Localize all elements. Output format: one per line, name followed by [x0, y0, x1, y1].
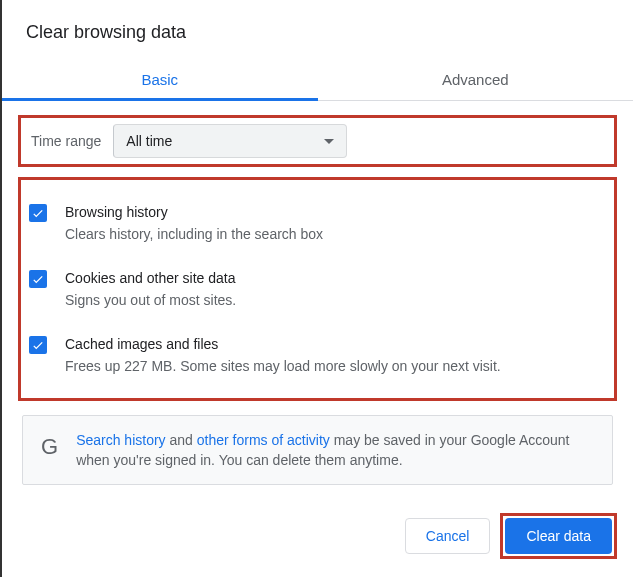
option-text: Cookies and other site data Signs you ou… — [65, 268, 606, 310]
time-range-select[interactable]: All time — [113, 124, 347, 158]
checkbox-cache[interactable] — [29, 336, 47, 354]
option-desc: Signs you out of most sites. — [65, 290, 606, 310]
option-title: Browsing history — [65, 202, 606, 222]
option-browsing-history[interactable]: Browsing history Clears history, includi… — [25, 190, 610, 256]
checkmark-icon — [31, 338, 45, 352]
option-title: Cached images and files — [65, 334, 606, 354]
option-title: Cookies and other site data — [65, 268, 606, 288]
option-desc: Clears history, including in the search … — [65, 224, 606, 244]
notice-text: Search history and other forms of activi… — [76, 430, 594, 470]
option-text: Browsing history Clears history, includi… — [65, 202, 606, 244]
option-cache[interactable]: Cached images and files Frees up 227 MB.… — [25, 322, 610, 388]
annotation-clear-data: Clear data — [500, 513, 617, 559]
google-account-notice: G Search history and other forms of acti… — [22, 415, 613, 485]
checkmark-icon — [31, 206, 45, 220]
tab-advanced[interactable]: Advanced — [318, 61, 634, 100]
checkmark-icon — [31, 272, 45, 286]
tab-basic[interactable]: Basic — [2, 61, 318, 100]
checkbox-cookies[interactable] — [29, 270, 47, 288]
link-search-history[interactable]: Search history — [76, 432, 165, 448]
option-desc: Frees up 227 MB. Some sites may load mor… — [65, 356, 606, 376]
link-other-activity[interactable]: other forms of activity — [197, 432, 330, 448]
google-logo-icon: G — [41, 430, 58, 458]
cancel-button[interactable]: Cancel — [405, 518, 491, 554]
time-range-value: All time — [126, 133, 172, 149]
annotation-options: Browsing history Clears history, includi… — [18, 177, 617, 401]
option-text: Cached images and files Frees up 227 MB.… — [65, 334, 606, 376]
option-cookies[interactable]: Cookies and other site data Signs you ou… — [25, 256, 610, 322]
time-range-label: Time range — [27, 133, 101, 149]
dialog-title: Clear browsing data — [2, 0, 633, 61]
dialog-content: Time range All time Browsing history Cle… — [2, 101, 633, 485]
annotation-time-range: Time range All time — [18, 115, 617, 167]
dialog-buttons: Cancel Clear data — [405, 513, 617, 559]
checkbox-browsing-history[interactable] — [29, 204, 47, 222]
chevron-down-icon — [324, 139, 334, 144]
notice-mid1: and — [166, 432, 197, 448]
time-range-row: Time range All time — [27, 124, 608, 158]
tabs: Basic Advanced — [2, 61, 633, 101]
clear-data-button[interactable]: Clear data — [505, 518, 612, 554]
